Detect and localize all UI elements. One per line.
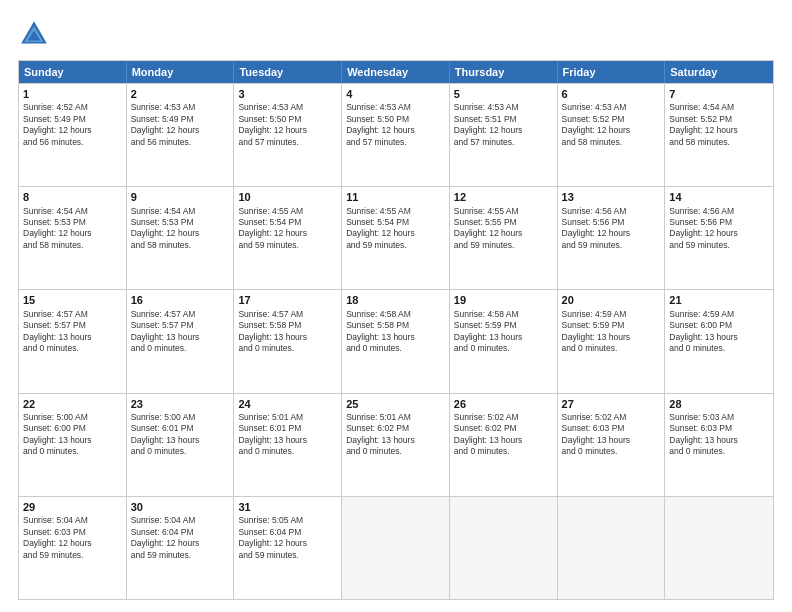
day-number: 11	[346, 190, 445, 204]
calendar-day-21: 21Sunrise: 4:59 AM Sunset: 6:00 PM Dayli…	[665, 290, 773, 392]
calendar-day-10: 10Sunrise: 4:55 AM Sunset: 5:54 PM Dayli…	[234, 187, 342, 289]
day-info: Sunrise: 4:57 AM Sunset: 5:57 PM Dayligh…	[131, 309, 230, 355]
day-info: Sunrise: 5:02 AM Sunset: 6:02 PM Dayligh…	[454, 412, 553, 458]
day-info: Sunrise: 5:04 AM Sunset: 6:03 PM Dayligh…	[23, 515, 122, 561]
header-day-thursday: Thursday	[450, 61, 558, 83]
day-number: 10	[238, 190, 337, 204]
day-number: 17	[238, 293, 337, 307]
calendar-day-9: 9Sunrise: 4:54 AM Sunset: 5:53 PM Daylig…	[127, 187, 235, 289]
day-number: 28	[669, 397, 769, 411]
calendar-day-13: 13Sunrise: 4:56 AM Sunset: 5:56 PM Dayli…	[558, 187, 666, 289]
day-number: 2	[131, 87, 230, 101]
day-number: 27	[562, 397, 661, 411]
header-day-friday: Friday	[558, 61, 666, 83]
day-number: 16	[131, 293, 230, 307]
day-info: Sunrise: 4:54 AM Sunset: 5:52 PM Dayligh…	[669, 102, 769, 148]
header-day-sunday: Sunday	[19, 61, 127, 83]
day-info: Sunrise: 4:57 AM Sunset: 5:58 PM Dayligh…	[238, 309, 337, 355]
day-info: Sunrise: 4:52 AM Sunset: 5:49 PM Dayligh…	[23, 102, 122, 148]
day-number: 30	[131, 500, 230, 514]
calendar-day-26: 26Sunrise: 5:02 AM Sunset: 6:02 PM Dayli…	[450, 394, 558, 496]
calendar-day-5: 5Sunrise: 4:53 AM Sunset: 5:51 PM Daylig…	[450, 84, 558, 186]
header-day-tuesday: Tuesday	[234, 61, 342, 83]
calendar-row-3: 15Sunrise: 4:57 AM Sunset: 5:57 PM Dayli…	[19, 289, 773, 392]
day-info: Sunrise: 5:00 AM Sunset: 6:01 PM Dayligh…	[131, 412, 230, 458]
day-number: 19	[454, 293, 553, 307]
day-info: Sunrise: 4:53 AM Sunset: 5:49 PM Dayligh…	[131, 102, 230, 148]
day-info: Sunrise: 5:01 AM Sunset: 6:02 PM Dayligh…	[346, 412, 445, 458]
day-number: 29	[23, 500, 122, 514]
calendar-day-16: 16Sunrise: 4:57 AM Sunset: 5:57 PM Dayli…	[127, 290, 235, 392]
day-number: 4	[346, 87, 445, 101]
calendar-day-4: 4Sunrise: 4:53 AM Sunset: 5:50 PM Daylig…	[342, 84, 450, 186]
calendar-day-17: 17Sunrise: 4:57 AM Sunset: 5:58 PM Dayli…	[234, 290, 342, 392]
day-number: 12	[454, 190, 553, 204]
day-number: 31	[238, 500, 337, 514]
day-number: 3	[238, 87, 337, 101]
day-info: Sunrise: 5:03 AM Sunset: 6:03 PM Dayligh…	[669, 412, 769, 458]
day-info: Sunrise: 4:56 AM Sunset: 5:56 PM Dayligh…	[669, 206, 769, 252]
day-info: Sunrise: 4:53 AM Sunset: 5:50 PM Dayligh…	[346, 102, 445, 148]
day-info: Sunrise: 4:54 AM Sunset: 5:53 PM Dayligh…	[23, 206, 122, 252]
day-info: Sunrise: 4:55 AM Sunset: 5:55 PM Dayligh…	[454, 206, 553, 252]
day-info: Sunrise: 5:01 AM Sunset: 6:01 PM Dayligh…	[238, 412, 337, 458]
calendar-day-1: 1Sunrise: 4:52 AM Sunset: 5:49 PM Daylig…	[19, 84, 127, 186]
day-info: Sunrise: 5:05 AM Sunset: 6:04 PM Dayligh…	[238, 515, 337, 561]
calendar-day-23: 23Sunrise: 5:00 AM Sunset: 6:01 PM Dayli…	[127, 394, 235, 496]
day-number: 15	[23, 293, 122, 307]
day-info: Sunrise: 4:59 AM Sunset: 5:59 PM Dayligh…	[562, 309, 661, 355]
day-number: 13	[562, 190, 661, 204]
day-number: 14	[669, 190, 769, 204]
calendar-day-3: 3Sunrise: 4:53 AM Sunset: 5:50 PM Daylig…	[234, 84, 342, 186]
calendar-row-4: 22Sunrise: 5:00 AM Sunset: 6:00 PM Dayli…	[19, 393, 773, 496]
day-info: Sunrise: 5:04 AM Sunset: 6:04 PM Dayligh…	[131, 515, 230, 561]
calendar-day-6: 6Sunrise: 4:53 AM Sunset: 5:52 PM Daylig…	[558, 84, 666, 186]
calendar: SundayMondayTuesdayWednesdayThursdayFrid…	[18, 60, 774, 600]
calendar-day-14: 14Sunrise: 4:56 AM Sunset: 5:56 PM Dayli…	[665, 187, 773, 289]
calendar-day-22: 22Sunrise: 5:00 AM Sunset: 6:00 PM Dayli…	[19, 394, 127, 496]
day-number: 6	[562, 87, 661, 101]
calendar-body: 1Sunrise: 4:52 AM Sunset: 5:49 PM Daylig…	[19, 83, 773, 599]
day-info: Sunrise: 4:53 AM Sunset: 5:52 PM Dayligh…	[562, 102, 661, 148]
calendar-day-28: 28Sunrise: 5:03 AM Sunset: 6:03 PM Dayli…	[665, 394, 773, 496]
calendar-row-2: 8Sunrise: 4:54 AM Sunset: 5:53 PM Daylig…	[19, 186, 773, 289]
day-info: Sunrise: 4:55 AM Sunset: 5:54 PM Dayligh…	[346, 206, 445, 252]
calendar-empty-cell	[450, 497, 558, 599]
calendar-row-1: 1Sunrise: 4:52 AM Sunset: 5:49 PM Daylig…	[19, 83, 773, 186]
day-number: 26	[454, 397, 553, 411]
day-number: 5	[454, 87, 553, 101]
calendar-day-24: 24Sunrise: 5:01 AM Sunset: 6:01 PM Dayli…	[234, 394, 342, 496]
calendar-day-27: 27Sunrise: 5:02 AM Sunset: 6:03 PM Dayli…	[558, 394, 666, 496]
logo	[18, 18, 54, 50]
calendar-header: SundayMondayTuesdayWednesdayThursdayFrid…	[19, 61, 773, 83]
header-day-wednesday: Wednesday	[342, 61, 450, 83]
header	[18, 18, 774, 50]
calendar-day-19: 19Sunrise: 4:58 AM Sunset: 5:59 PM Dayli…	[450, 290, 558, 392]
header-day-saturday: Saturday	[665, 61, 773, 83]
day-info: Sunrise: 4:58 AM Sunset: 5:59 PM Dayligh…	[454, 309, 553, 355]
day-number: 21	[669, 293, 769, 307]
calendar-empty-cell	[665, 497, 773, 599]
calendar-day-31: 31Sunrise: 5:05 AM Sunset: 6:04 PM Dayli…	[234, 497, 342, 599]
calendar-empty-cell	[558, 497, 666, 599]
calendar-row-5: 29Sunrise: 5:04 AM Sunset: 6:03 PM Dayli…	[19, 496, 773, 599]
day-number: 1	[23, 87, 122, 101]
calendar-day-11: 11Sunrise: 4:55 AM Sunset: 5:54 PM Dayli…	[342, 187, 450, 289]
header-day-monday: Monday	[127, 61, 235, 83]
page: SundayMondayTuesdayWednesdayThursdayFrid…	[0, 0, 792, 612]
day-number: 8	[23, 190, 122, 204]
day-info: Sunrise: 5:00 AM Sunset: 6:00 PM Dayligh…	[23, 412, 122, 458]
day-info: Sunrise: 4:53 AM Sunset: 5:50 PM Dayligh…	[238, 102, 337, 148]
day-info: Sunrise: 4:56 AM Sunset: 5:56 PM Dayligh…	[562, 206, 661, 252]
day-info: Sunrise: 4:53 AM Sunset: 5:51 PM Dayligh…	[454, 102, 553, 148]
day-info: Sunrise: 5:02 AM Sunset: 6:03 PM Dayligh…	[562, 412, 661, 458]
calendar-day-8: 8Sunrise: 4:54 AM Sunset: 5:53 PM Daylig…	[19, 187, 127, 289]
calendar-day-7: 7Sunrise: 4:54 AM Sunset: 5:52 PM Daylig…	[665, 84, 773, 186]
calendar-day-2: 2Sunrise: 4:53 AM Sunset: 5:49 PM Daylig…	[127, 84, 235, 186]
calendar-day-20: 20Sunrise: 4:59 AM Sunset: 5:59 PM Dayli…	[558, 290, 666, 392]
day-number: 20	[562, 293, 661, 307]
day-number: 22	[23, 397, 122, 411]
day-number: 24	[238, 397, 337, 411]
day-number: 23	[131, 397, 230, 411]
calendar-day-30: 30Sunrise: 5:04 AM Sunset: 6:04 PM Dayli…	[127, 497, 235, 599]
